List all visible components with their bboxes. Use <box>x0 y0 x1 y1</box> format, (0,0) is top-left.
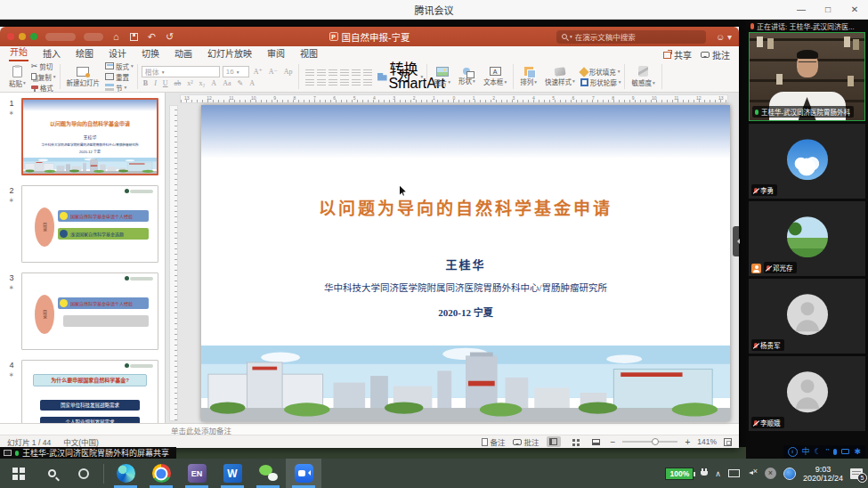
font-tool-1[interactable]: A⁻ <box>267 68 280 76</box>
align-left-icon[interactable] <box>305 78 314 85</box>
font-tool-2[interactable]: Ap <box>282 68 295 76</box>
font-style-tool-7[interactable]: Aa <box>221 79 232 87</box>
font-style-tool-5[interactable]: x₂ <box>198 79 207 87</box>
cortana-button[interactable] <box>68 459 100 488</box>
tab-slideshow[interactable]: 幻灯片放映 <box>207 45 253 61</box>
tab-animations[interactable]: 动画 <box>174 45 193 61</box>
indent-decrease-icon[interactable] <box>329 69 337 76</box>
ribbon-arrange-button[interactable]: 排列▾ <box>517 67 539 86</box>
ribbon-shape-outline-button[interactable]: 形状轮廓▾ <box>580 77 621 87</box>
font-style-tool-2[interactable]: U <box>161 79 170 87</box>
font-style-tool-9[interactable]: A <box>247 79 256 87</box>
slide-thumbnail-2[interactable]: 目录国家自然科学基金申请个人经验浅谈国家自然科学基金选题 <box>21 185 158 263</box>
font-style-tool-3[interactable]: ab <box>173 79 183 87</box>
zoom-out-button[interactable]: − <box>611 437 616 447</box>
settings-gear-icon[interactable]: ✱ <box>854 446 861 457</box>
participant-tile-4[interactable]: 杨贵军 <box>749 279 865 354</box>
tray-expand-icon[interactable]: ∧ <box>715 469 721 478</box>
font-style-tool-1[interactable]: I <box>152 79 158 87</box>
ifly-logo-icon[interactable]: i <box>788 447 798 457</box>
font-name-select[interactable]: 楷体▾ <box>142 66 220 77</box>
ribbon-reset-button[interactable]: 重置 <box>105 72 134 82</box>
ribbon-shape-fill-button[interactable]: 形状填充▾ <box>580 67 621 77</box>
taskbar-app-endnote[interactable]: EN <box>179 459 215 488</box>
taskbar-app-wechat[interactable] <box>250 459 286 488</box>
tray-x-icon[interactable]: × <box>765 468 776 479</box>
ifly-tray-icon[interactable] <box>783 468 796 480</box>
comments-toggle-button[interactable]: 批注 <box>513 436 539 447</box>
mac-zoom-button[interactable] <box>30 33 37 40</box>
comments-button[interactable]: 批注 <box>701 48 730 61</box>
chinese-mode-icon[interactable]: 中 <box>802 446 810 457</box>
zoom-level[interactable]: 141% <box>697 437 717 446</box>
tab-home[interactable]: 开始 <box>9 44 28 61</box>
tab-design[interactable]: 设计 <box>108 45 127 61</box>
ribbon-layout-button[interactable]: 版式▾ <box>105 61 134 71</box>
align-right-icon[interactable] <box>329 78 337 85</box>
ribbon-textbox-button[interactable]: 文本框▾ <box>481 67 509 86</box>
taskbar-clock[interactable]: 9:03 2020/12/24 <box>803 465 843 483</box>
tab-review[interactable]: 审阅 <box>266 45 286 61</box>
ribbon-format-painter-button[interactable]: 格式 <box>31 83 56 93</box>
taskbar-app-edge[interactable] <box>108 459 143 488</box>
mac-minimize-button[interactable] <box>19 33 26 40</box>
zoom-slider[interactable] <box>622 441 677 443</box>
participant-tile-3[interactable]: 邓光存 <box>749 201 865 276</box>
indent-increase-icon[interactable] <box>340 69 349 76</box>
keyboard-icon[interactable] <box>841 449 849 454</box>
font-style-tool-0[interactable]: B <box>142 79 150 87</box>
redo-icon[interactable]: ↺ <box>166 32 174 42</box>
font-style-tool-4[interactable]: x² <box>185 79 194 87</box>
ifly-input-bar[interactable]: i 中 ☾ ’’ ✱ <box>783 445 865 458</box>
participant-tile-2[interactable]: 李勇 <box>749 124 865 199</box>
taskbar-app-meeting[interactable] <box>286 459 321 488</box>
undo-icon[interactable]: ↶ <box>148 32 156 42</box>
tab-insert[interactable]: 插入 <box>42 45 61 61</box>
justify-icon[interactable] <box>340 78 349 85</box>
zoom-in-button[interactable]: + <box>685 437 690 447</box>
language-indicator[interactable]: 中文(中国) <box>63 436 99 447</box>
speaker-muted-icon[interactable] <box>747 469 758 477</box>
notes-toggle-button[interactable]: 备注 <box>482 436 506 447</box>
taskbar-app-word[interactable]: W <box>215 459 250 488</box>
ribbon-shapes-button[interactable]: 形状▾ <box>456 68 478 85</box>
zoom-slider-knob[interactable] <box>652 438 659 445</box>
ribbon-sensitivity-button[interactable]: 敏感度▾ <box>629 66 657 87</box>
line-spacing-icon[interactable] <box>352 69 361 76</box>
slide-thumbnail-3[interactable]: 目录国家自然科学基金申请个人经验 <box>21 272 158 350</box>
tab-view[interactable]: 视图 <box>299 45 319 61</box>
home-icon[interactable]: ⌂ <box>113 32 119 42</box>
notes-pane[interactable]: 单击此处添加备注 <box>0 423 739 435</box>
voice-input-icon[interactable] <box>833 449 837 455</box>
taskbar-search-button[interactable] <box>36 459 68 488</box>
maximize-button[interactable]: □ <box>815 4 841 14</box>
close-button[interactable]: ✕ <box>841 4 868 14</box>
night-mode-icon[interactable]: ☾ <box>815 446 822 457</box>
slide-thumbnail-1[interactable]: 以问题为导向的自然科学基金申请王桂华华中科技大学同济医学院附属同济医院胃肠外科中… <box>21 98 158 175</box>
tab-draw[interactable]: 绘图 <box>75 45 94 61</box>
slideshow-button[interactable] <box>589 436 604 447</box>
ribbon-section-button[interactable]: 节▾ <box>105 83 134 93</box>
participant-tile-5[interactable]: 李顺娥 <box>749 356 865 431</box>
bullet-list-icon[interactable] <box>305 69 314 76</box>
font-size-select[interactable]: 16▾ <box>223 66 249 77</box>
ribbon-picture-button[interactable]: 图片▾ <box>431 67 453 87</box>
taskbar-app-chrome[interactable] <box>143 459 179 488</box>
participant-tile-1[interactable]: 王桂华-武汉同济医院胃肠外科 <box>749 32 865 121</box>
feedback-smiley-icon[interactable]: ☺ ▾ <box>716 32 732 42</box>
font-style-tool-6[interactable]: A <box>209 79 218 87</box>
notification-center-button[interactable]: 5 <box>850 468 863 479</box>
display-icon[interactable] <box>728 469 740 477</box>
fit-to-window-button[interactable] <box>724 438 732 446</box>
mac-close-button[interactable] <box>7 33 14 40</box>
ribbon-new-slide-button[interactable]: 新建幻灯片 <box>64 67 103 87</box>
ribbon-paste-button[interactable]: 粘贴▾ <box>6 66 28 88</box>
font-style-tool-8[interactable]: ✎ <box>235 79 245 87</box>
numbered-list-icon[interactable] <box>317 69 326 76</box>
slide-canvas[interactable]: 以问题为导向的自然科学基金申请 王桂华 华中科技大学同济医学院附属同济医院胃肠外… <box>201 105 730 421</box>
normal-view-button[interactable] <box>547 436 561 447</box>
vertical-align-icon[interactable] <box>363 78 372 85</box>
align-center-icon[interactable] <box>317 78 326 85</box>
slide-thumbnail-4[interactable]: 为什么要申报国家自然科学基金?国家单位科技发展战略需求个人职业规划发展需求 <box>21 360 158 423</box>
minimize-button[interactable]: — <box>788 4 815 14</box>
